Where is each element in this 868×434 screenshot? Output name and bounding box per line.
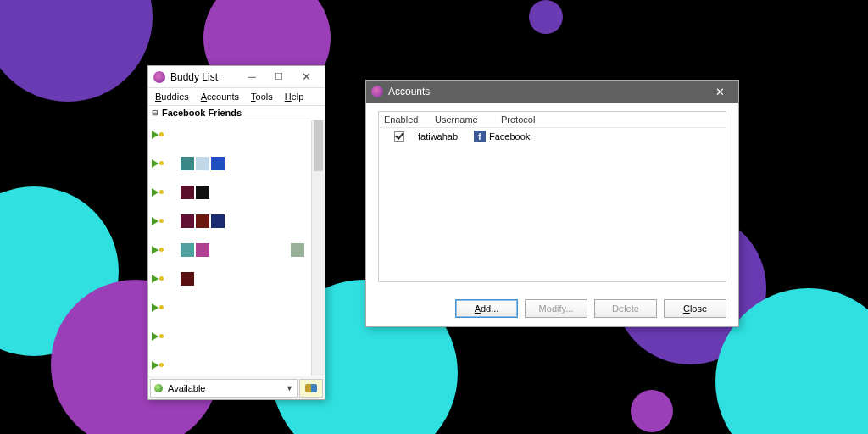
avatar [181, 157, 225, 170]
avatar [181, 214, 225, 228]
status-icon [152, 302, 164, 314]
minimize-icon[interactable]: ─ [238, 68, 265, 86]
pidgin-icon [371, 86, 383, 97]
table-row[interactable]: fatiwahab f Facebook [379, 128, 726, 145]
button-row: Add... Modify... Delete Close [366, 291, 738, 326]
close-button[interactable]: Close [664, 299, 726, 318]
status-icon [152, 215, 164, 227]
avatar [181, 186, 209, 199]
list-item[interactable] [148, 264, 325, 293]
avatar [181, 272, 194, 286]
group-name: Facebook Friends [162, 108, 242, 118]
protocol-cell: Facebook [489, 131, 530, 142]
buddy-list-titlebar[interactable]: Buddy List ─ ☐ ✕ [148, 66, 325, 88]
window-title: Buddy List [170, 71, 238, 83]
list-item[interactable] [148, 178, 325, 207]
list-item[interactable] [148, 149, 325, 178]
menu-accounts[interactable]: Accounts [199, 90, 241, 103]
add-button[interactable]: Add... [455, 299, 518, 318]
table-header: Enabled Username Protocol [379, 112, 726, 128]
delete-button: Delete [594, 299, 657, 318]
accounts-titlebar[interactable]: Accounts ✕ [366, 81, 738, 103]
maximize-icon[interactable]: ☐ [265, 68, 292, 86]
close-icon[interactable]: ✕ [706, 82, 733, 101]
pidgin-icon [153, 71, 165, 83]
window-title: Accounts [388, 86, 706, 97]
col-username[interactable]: Username [435, 114, 492, 125]
list-item[interactable] [148, 120, 325, 149]
status-text: Available [168, 383, 286, 393]
accounts-window: Accounts ✕ Enabled Username Protocol fat… [365, 80, 739, 327]
buddy-list-window: Buddy List ─ ☐ ✕ Buddies Accounts Tools … [147, 65, 326, 400]
scroll-thumb[interactable] [314, 120, 323, 171]
list-item[interactable] [148, 207, 325, 236]
status-icon [152, 158, 164, 170]
list-item[interactable] [148, 322, 325, 351]
list-item[interactable] [148, 293, 325, 322]
list-item[interactable] [148, 351, 325, 376]
facebook-icon: f [474, 131, 486, 142]
avatar [181, 243, 209, 257]
status-selector[interactable]: Available ▼ [150, 379, 298, 398]
status-icon [152, 273, 164, 285]
collapse-icon: ⊟ [152, 108, 159, 117]
status-options-button[interactable] [299, 379, 323, 398]
buddy-list-area[interactable] [148, 120, 325, 376]
people-icon [305, 384, 317, 392]
modify-button: Modify... [525, 299, 587, 318]
status-bar: Available ▼ [148, 376, 325, 399]
status-icon [152, 244, 164, 256]
col-enabled[interactable]: Enabled [384, 114, 426, 125]
scrollbar[interactable] [311, 120, 325, 376]
menu-buddies[interactable]: Buddies [153, 90, 191, 103]
available-icon [154, 384, 163, 392]
status-icon [152, 186, 164, 198]
enabled-checkbox[interactable] [394, 131, 404, 142]
close-icon[interactable]: ✕ [292, 68, 320, 86]
accounts-table: Enabled Username Protocol fatiwahab f Fa… [378, 111, 726, 282]
menu-bar: Buddies Accounts Tools Help [148, 88, 325, 106]
col-protocol[interactable]: Protocol [501, 114, 535, 125]
status-icon [152, 359, 164, 371]
group-header[interactable]: ⊟ Facebook Friends [148, 106, 325, 120]
status-icon [152, 331, 164, 342]
menu-help[interactable]: Help [283, 90, 306, 103]
username-cell: fatiwahab [418, 131, 467, 142]
avatar [291, 243, 304, 257]
list-item[interactable] [148, 236, 325, 264]
menu-tools[interactable]: Tools [249, 90, 275, 103]
status-icon [152, 129, 164, 141]
dropdown-icon: ▼ [286, 384, 293, 392]
